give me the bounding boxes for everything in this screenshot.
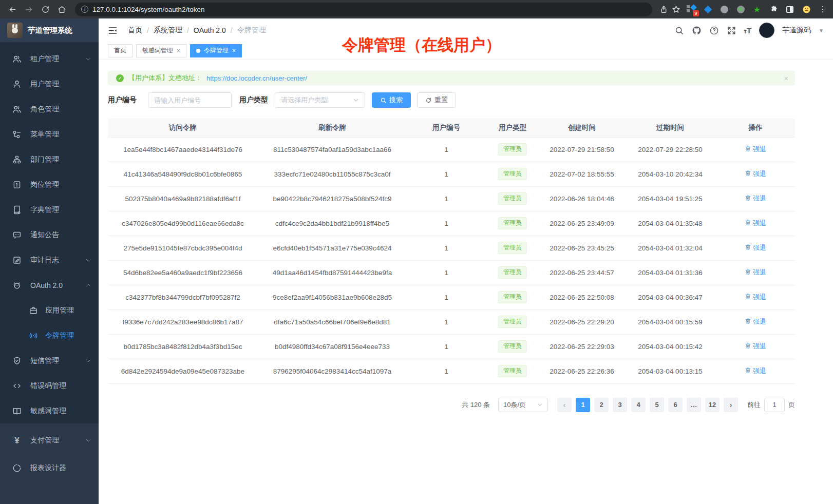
page-button[interactable]: 12	[705, 398, 720, 412]
force-logout-button[interactable]: 强退	[745, 219, 766, 228]
chevron-down-icon[interactable]: ▼	[819, 28, 824, 33]
cell-access-token: 502375b8040a469a9b82188afdf6af1f	[108, 186, 258, 211]
sidebar-item-sms[interactable]: 短信管理	[0, 348, 99, 373]
force-logout-label: 强退	[753, 219, 766, 228]
fullscreen-icon[interactable]	[727, 26, 736, 35]
cell-access-token: 54d6be82ee5a460a9aedc1f9bf223656	[108, 260, 258, 285]
breadcrumb-item[interactable]: OAuth 2.0	[194, 26, 226, 34]
active-dot	[196, 49, 200, 53]
search-button[interactable]: 搜索	[372, 92, 411, 108]
green-star-extension-icon[interactable]: ★	[752, 4, 762, 14]
next-page-button[interactable]: ›	[724, 398, 738, 412]
cell-refresh-token: 811c530487574fa0af1a59d3abc1aa66	[258, 137, 407, 162]
reload-icon[interactable]	[38, 2, 52, 16]
page-button[interactable]: 6	[668, 398, 683, 412]
sidebar-item-notice[interactable]: 通知公告	[0, 222, 99, 247]
diamond-extension-icon[interactable]	[703, 4, 713, 14]
tab-close-icon[interactable]: ×	[177, 47, 180, 54]
cell-access-token: b0d1785bc3a8482f812db4a3f3bd15ec	[108, 334, 258, 359]
url-text[interactable]: 127.0.0.1:1024/system/oauth2/token	[92, 6, 204, 13]
yen-icon: ¥	[12, 436, 22, 445]
sidebar-item-role[interactable]: 角色管理	[0, 96, 99, 122]
cell-expire-time: 2054-03-04 01:32:04	[624, 236, 716, 260]
github-icon[interactable]	[692, 26, 702, 35]
alert-close-icon[interactable]: ×	[784, 74, 788, 83]
pinned-extension-icon[interactable]: 9	[686, 4, 696, 14]
cell-expire-time: 2054-03-04 19:51:25	[624, 186, 716, 211]
user-type-placeholder: 请选择用户类型	[281, 95, 328, 105]
cell-refresh-token: b0df4980ffd34c67a08f9156e4eee733	[258, 334, 407, 359]
sidebar-item-report-designer[interactable]: 报表设计器	[0, 454, 99, 482]
force-logout-button[interactable]: 强退	[745, 342, 766, 351]
page-size-select[interactable]: 10条/页	[498, 398, 548, 412]
force-logout-button[interactable]: 强退	[745, 145, 766, 154]
search-icon[interactable]	[674, 26, 684, 35]
address-bar[interactable]: i 127.0.0.1:1024/system/oauth2/token	[75, 3, 652, 16]
user-id-input[interactable]	[148, 92, 232, 108]
sidebar-item-user[interactable]: 用户管理	[0, 71, 99, 96]
back-icon[interactable]	[5, 2, 20, 16]
sidebar-item-dept[interactable]: 部门管理	[0, 147, 99, 172]
bookmark-star-icon[interactable]	[671, 4, 681, 14]
collapse-menu-icon[interactable]	[108, 26, 118, 35]
user-avatar[interactable]	[759, 23, 774, 38]
reset-button[interactable]: 重置	[417, 92, 456, 108]
user-type-badge: 管理员	[498, 365, 527, 377]
sidebar-item-menu[interactable]: 菜单管理	[0, 122, 99, 147]
doc-link[interactable]: https://doc.iocoder.cn/user-center/	[206, 74, 307, 82]
force-logout-button[interactable]: 强退	[745, 317, 766, 326]
sidebar-item-tenant[interactable]: 租户管理	[0, 46, 99, 71]
gray-extension-icon[interactable]	[719, 4, 729, 14]
page-button[interactable]: 5	[650, 398, 664, 412]
sidebar-item-token[interactable]: 令牌管理	[0, 323, 99, 348]
logo-image	[7, 23, 23, 38]
profile-avatar-icon[interactable]	[801, 4, 811, 14]
user-type-badge: 管理员	[498, 340, 527, 353]
breadcrumb-item[interactable]: 系统管理	[154, 26, 182, 35]
prev-page-button[interactable]: ‹	[557, 398, 572, 412]
extensions-puzzle-icon[interactable]	[768, 4, 779, 14]
force-logout-button[interactable]: 强退	[745, 268, 766, 277]
goto-page-input[interactable]	[764, 398, 785, 412]
browser-menu-icon[interactable]: ⋮	[818, 4, 828, 14]
green-dot-extension-icon[interactable]	[735, 4, 746, 14]
sidebar-item-error-code[interactable]: 错误码管理	[0, 373, 99, 398]
chevron-up-icon	[85, 282, 91, 288]
force-logout-button[interactable]: 强退	[745, 169, 766, 179]
page-button[interactable]: 1	[576, 398, 590, 412]
tab-sensitive-word[interactable]: 敏感词管理 ×	[136, 44, 186, 57]
sidebar-item-app[interactable]: 应用管理	[0, 298, 99, 323]
force-logout-button[interactable]: 强退	[745, 194, 766, 203]
breadcrumb: 首页/系统管理/OAuth 2.0/令牌管理	[128, 26, 266, 35]
tab-home[interactable]: 首页	[108, 44, 132, 57]
user-name[interactable]: 芋道源码	[782, 26, 811, 35]
split-view-icon[interactable]	[785, 4, 795, 14]
sidebar-item-post[interactable]: 岗位管理	[0, 172, 99, 197]
users-icon	[12, 54, 22, 64]
trash-icon	[745, 342, 751, 351]
force-logout-button[interactable]: 强退	[745, 243, 766, 253]
help-icon[interactable]	[709, 26, 719, 35]
cell-user-id: 1	[407, 285, 486, 309]
page-button[interactable]: 3	[613, 398, 627, 412]
site-info-icon[interactable]: i	[81, 6, 88, 13]
tab-token[interactable]: 令牌管理 ×	[190, 44, 242, 57]
sidebar-item-oauth2[interactable]: OAuth 2.0	[0, 273, 99, 298]
page-button[interactable]: 4	[631, 398, 646, 412]
force-logout-button[interactable]: 强退	[745, 293, 766, 302]
sidebar-item-sensitive-word[interactable]: 敏感词管理	[0, 398, 99, 423]
sidebar-item-pay[interactable]: ¥支付管理	[0, 427, 99, 454]
home-icon[interactable]	[54, 2, 69, 16]
breadcrumb-item[interactable]: 首页	[128, 26, 142, 35]
force-logout-label: 强退	[753, 145, 766, 154]
font-size-icon[interactable]: тT	[744, 26, 752, 35]
page-button[interactable]: 2	[594, 398, 609, 412]
tab-close-icon[interactable]: ×	[232, 47, 236, 54]
sidebar-item-dict[interactable]: 字典管理	[0, 197, 99, 222]
forward-icon[interactable]	[22, 2, 36, 16]
force-logout-button[interactable]: 强退	[745, 366, 766, 376]
share-icon[interactable]	[658, 4, 669, 14]
user-type-select[interactable]: 请选择用户类型	[275, 92, 365, 108]
more-pages-button[interactable]: …	[687, 398, 701, 412]
sidebar-item-audit-log[interactable]: 审计日志	[0, 247, 99, 273]
